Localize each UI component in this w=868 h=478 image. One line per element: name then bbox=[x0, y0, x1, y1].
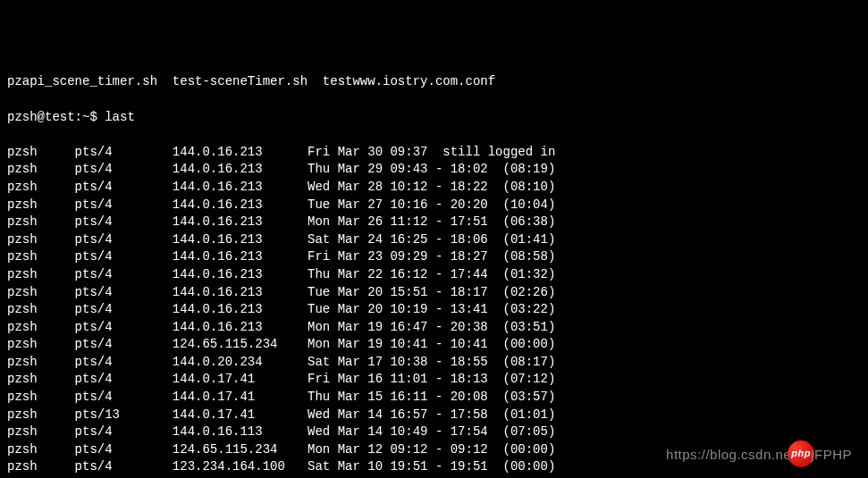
watermark-url-pre: https://blog.csdn.ne bbox=[666, 445, 791, 464]
login-record: pzsh pts/4 144.0.16.213 Sat Mar 24 16:25… bbox=[7, 231, 861, 249]
login-record: pzsh pts/4 144.0.20.234 Sat Mar 17 10:38… bbox=[7, 354, 861, 372]
login-record: pzsh pts/4 144.0.16.213 Wed Mar 28 10:12… bbox=[7, 179, 861, 197]
watermark-url-post: jFPHP bbox=[811, 445, 852, 464]
last-output: pzsh pts/4 144.0.16.213 Fri Mar 30 09:37… bbox=[7, 144, 861, 478]
login-record: pzsh pts/4 144.0.16.213 Mon Mar 19 16:47… bbox=[7, 319, 861, 337]
login-record: pzsh pts/4 144.0.16.213 Thu Mar 22 16:12… bbox=[7, 266, 861, 284]
login-record: pzsh pts/4 144.0.16.113 Wed Mar 14 10:49… bbox=[7, 423, 861, 441]
login-record: pzsh pts/4 144.0.16.213 Fri Mar 23 09:29… bbox=[7, 248, 861, 266]
watermark: https://blog.csdn.ne php jFPHP bbox=[666, 440, 852, 467]
login-record: pzsh pts/4 144.0.17.41 Thu Mar 15 16:11 … bbox=[7, 389, 861, 407]
files-listing: pzapi_scene_timer.sh test-sceneTimer.sh … bbox=[7, 73, 861, 91]
login-record: pzsh pts/13 144.0.17.41 Wed Mar 14 16:57… bbox=[7, 407, 861, 424]
shell-prompt: pzsh@test:~$ bbox=[7, 110, 105, 124]
login-record: pzsh pts/4 124.65.115.234 Mon Mar 19 10:… bbox=[7, 336, 861, 354]
login-record: pzsh pts/4 144.0.16.213 Tue Mar 27 10:16… bbox=[7, 197, 861, 214]
command-text: last bbox=[105, 110, 135, 124]
prompt-line[interactable]: pzsh@test:~$ last bbox=[7, 109, 861, 127]
login-record: pzsh pts/4 144.0.16.213 Tue Mar 20 10:19… bbox=[7, 301, 861, 319]
login-record: pzsh pts/4 144.0.16.213 Thu Mar 29 09:43… bbox=[7, 161, 861, 179]
login-record: pzsh pts/4 144.0.17.41 Fri Mar 16 11:01 … bbox=[7, 371, 861, 389]
login-record: pzsh pts/4 144.0.16.213 Fri Mar 30 09:37… bbox=[7, 144, 861, 162]
login-record: pzsh pts/4 144.0.16.213 Mon Mar 26 11:12… bbox=[7, 214, 861, 231]
login-record: pzsh pts/4 144.0.16.213 Tue Mar 20 15:51… bbox=[7, 284, 861, 302]
